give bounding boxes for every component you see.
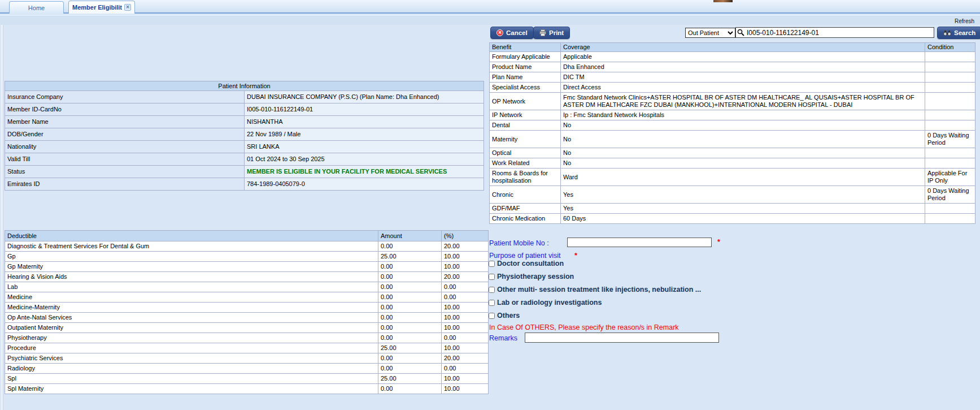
deductible-amount-cell: 0.00	[378, 384, 442, 394]
benefit-coverage-cell: Dha Enhanced	[561, 62, 925, 72]
deductible-name-cell: Psychiatric Services	[5, 353, 378, 364]
benefit-condition-cell	[925, 52, 975, 62]
purpose-option: Doctor consultation	[489, 260, 782, 267]
tab-member-eligibility-label: Member Eligibilit	[72, 4, 122, 11]
deductible-name-cell: Lab	[5, 282, 378, 292]
benefit-coverage-cell: No	[561, 131, 925, 148]
deductible-amount-cell: 25.00	[378, 252, 442, 262]
patient-info-field-value: NISHANTHA	[245, 116, 484, 128]
print-button-label: Print	[549, 29, 564, 36]
purpose-checkbox[interactable]	[489, 313, 495, 319]
benefit-row: DentalNo	[490, 120, 975, 131]
deductible-amount-cell: 25.00	[378, 343, 442, 353]
deductible-header-amount: Amount	[378, 231, 442, 241]
patient-info-row: DOB/Gender22 Nov 1989 / Male	[5, 128, 484, 141]
search-button-label: Search	[954, 29, 975, 36]
benefit-name-cell: GDF/MAF	[490, 204, 561, 214]
benefit-row: Plan NameDIC TM	[490, 72, 975, 83]
benefit-condition-cell	[925, 83, 975, 93]
deductible-name-cell: Medicine	[5, 292, 378, 303]
member-eligibility-screen: Home Member Eligibilit ✕ Refresh ✕ Cance…	[0, 0, 980, 410]
deductible-amount-cell: 0.00	[378, 241, 442, 252]
benefit-condition-cell	[925, 158, 975, 169]
patient-info-field-value: 784-1989-0405079-0	[245, 178, 484, 191]
patient-mobile-label: Patient Mobile No :	[489, 239, 549, 247]
deductible-amount-cell: 25.00	[378, 374, 442, 384]
benefit-row: OpticalNo	[490, 148, 975, 158]
patient-info-field-value: I005-010-116122149-01	[245, 103, 484, 116]
benefit-name-cell: Formulary Applicable	[490, 52, 561, 62]
deductible-row: Hearing & Vision Aids0.0020.00	[5, 272, 489, 282]
deductible-header-name: Deductible	[5, 231, 378, 241]
patient-mobile-input[interactable]	[567, 238, 712, 247]
visit-type-select[interactable]: Out Patient	[685, 28, 735, 38]
purpose-checkbox[interactable]	[489, 287, 495, 293]
benefit-coverage-cell: Ip : Fmc Standard Network Hospitals	[561, 110, 925, 120]
print-button[interactable]: Print	[533, 27, 570, 39]
benefits-header-benefit: Benefit	[490, 43, 561, 52]
benefit-row: Work RelatedNo	[490, 158, 975, 169]
refresh-link[interactable]: Refresh	[955, 18, 974, 24]
deductible-percent-cell: 20.00	[442, 272, 489, 282]
benefit-name-cell: Optical	[490, 148, 561, 158]
tab-home[interactable]: Home	[9, 1, 64, 14]
patient-information-table: Patient Information Insurance CompanyDUB…	[5, 81, 484, 191]
cancel-button[interactable]: ✕ Cancel	[490, 27, 534, 39]
patient-info-field-value: SRI LANKA	[245, 141, 484, 153]
benefit-condition-cell	[925, 93, 975, 110]
deductible-name-cell: Op Ante-Natal Services	[5, 313, 378, 323]
patient-info-field-value: 22 Nov 1989 / Male	[245, 128, 484, 141]
deductible-name-cell: Spl	[5, 374, 378, 384]
benefit-coverage-cell: No	[561, 148, 925, 158]
patient-info-field-label: Emirates ID	[5, 178, 245, 191]
benefit-coverage-cell: No	[561, 158, 925, 169]
member-search-input[interactable]	[735, 27, 934, 38]
purpose-checkbox[interactable]	[489, 300, 495, 306]
deductible-row: Psychiatric Services0.0020.00	[5, 353, 489, 364]
purpose-checkbox[interactable]	[489, 274, 495, 280]
purpose-of-visit-label: Purpose of patient visit	[489, 252, 560, 260]
tab-home-label: Home	[28, 5, 45, 11]
benefit-row: GDF/MAFYes	[490, 204, 975, 214]
tab-member-eligibility[interactable]: Member Eligibilit ✕	[68, 1, 135, 14]
benefit-condition-cell	[925, 110, 975, 120]
benefit-condition-cell	[925, 204, 975, 214]
patient-info-field-label: Status	[5, 166, 245, 178]
printer-icon	[539, 29, 546, 36]
benefit-row: Product NameDha Enhanced	[490, 62, 975, 72]
patient-info-row: Valid Till01 Oct 2024 to 30 Sep 2025	[5, 153, 484, 166]
benefit-coverage-cell: Direct Access	[561, 83, 925, 93]
deductible-row: Spl Maternity0.0010.00	[5, 384, 489, 394]
purpose-option: Lab or radiology investigations	[489, 299, 782, 307]
tabbar-lower-strip	[0, 15, 980, 17]
benefit-name-cell: OP Network	[490, 93, 561, 110]
patient-info-field-label: Member ID-CardNo	[5, 103, 245, 116]
patient-info-field-value: DUBAI INSURANCE COMPANY (P.S.C) (Plan Na…	[245, 91, 484, 103]
deductible-row: Radiology0.000.00	[5, 364, 489, 374]
deductible-row: Medicine-Maternity0.0010.00	[5, 303, 489, 313]
deductible-row: Gp25.0010.00	[5, 252, 489, 262]
purpose-checkbox[interactable]	[489, 261, 495, 267]
benefit-name-cell: Rooms & Boards for hospitalisation	[490, 169, 561, 186]
deductible-name-cell: Radiology	[5, 364, 378, 374]
tab-close-icon[interactable]: ✕	[124, 4, 131, 11]
deductible-percent-cell: 10.00	[442, 252, 489, 262]
benefit-name-cell: Chronic Medication	[490, 214, 561, 224]
patient-info-field-label: Insurance Company	[5, 91, 245, 103]
benefit-row: Rooms & Boards for hospitalisationWardAp…	[490, 169, 975, 186]
deductible-amount-cell: 0.00	[378, 323, 442, 333]
deductible-row: Op Ante-Natal Services0.0010.00	[5, 313, 489, 323]
purpose-option-label: Other multi- session treatment like inje…	[497, 286, 701, 294]
deductible-row: Physiotherapy0.000.00	[5, 333, 489, 343]
deductible-table: Deductible Amount (%) Diagnostic & Treat…	[5, 230, 489, 394]
search-button[interactable]: Search	[937, 27, 980, 39]
benefit-name-cell: Chronic	[490, 186, 561, 204]
deductible-name-cell: Procedure	[5, 343, 378, 353]
deductible-row: Procedure25.0010.00	[5, 343, 489, 353]
patient-info-row: Emirates ID784-1989-0405079-0	[5, 178, 484, 191]
purpose-option-label: Physiotherapy session	[497, 273, 574, 280]
benefit-condition-cell	[925, 214, 975, 224]
benefit-name-cell: Dental	[490, 120, 561, 131]
remarks-input[interactable]	[525, 333, 719, 343]
deductible-amount-cell: 0.00	[378, 313, 442, 323]
